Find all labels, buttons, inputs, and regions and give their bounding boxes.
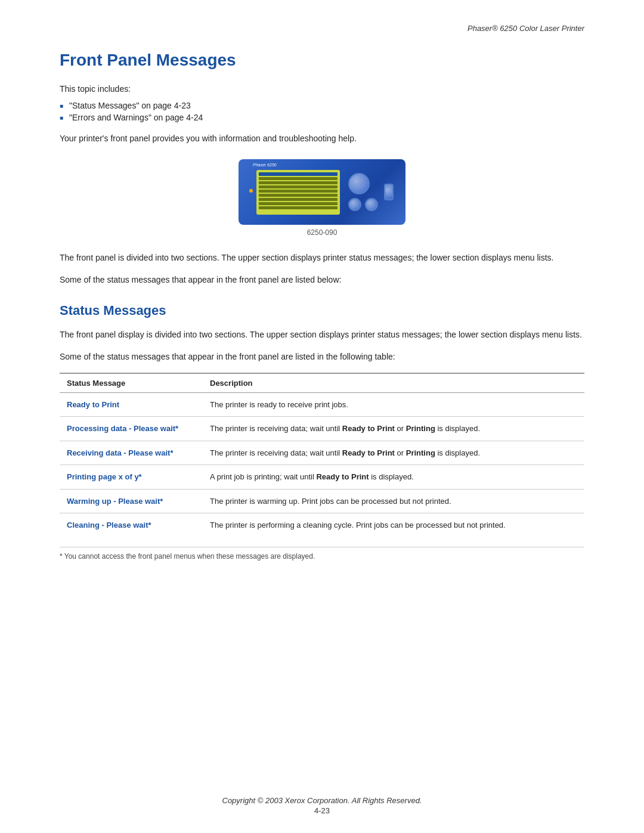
status-description-3: The printer is receiving data; wait unti… [203, 441, 584, 465]
screen-line-3 [259, 181, 338, 184]
screen-line-2 [259, 177, 338, 180]
printer-btn-large [348, 173, 370, 194]
bold-ready-to-print-2: Ready to Print [342, 448, 395, 457]
body-para-3: Some of the status messages that appear … [60, 273, 584, 286]
bullet-text-2: "Errors and Warnings" on page 4-24 [69, 113, 203, 122]
printer-buttons [348, 173, 394, 211]
bold-ready-to-print: Ready to Print [342, 424, 395, 433]
footer-page-number: 4-23 [0, 806, 644, 815]
body-para-1: Your printer's front panel provides you … [60, 132, 584, 145]
bold-ready-to-print-3: Ready to Print [316, 472, 369, 481]
col-header-description: Description [203, 373, 584, 393]
table-row: Warming up - Please wait* The printer is… [60, 489, 584, 513]
printer-btn-small-2 [365, 198, 378, 211]
printer-image-container: Phaser 6250 [60, 159, 584, 237]
status-intro-1: The front panel display is divided into … [60, 328, 584, 341]
screen-line-7 [259, 198, 338, 201]
status-table: Status Message Description Ready to Prin… [60, 373, 584, 537]
printer-dot-indicator [249, 189, 253, 193]
table-row: Ready to Print The printer is ready to r… [60, 392, 584, 417]
table-row: Cleaning - Please wait* The printer is p… [60, 513, 584, 537]
page-header-title: Phaser® 6250 Color Laser Printer [60, 24, 584, 33]
status-description-2: The printer is receiving data; wait unti… [203, 417, 584, 441]
status-message-4: Printing page x of y* [60, 465, 203, 490]
status-section-heading: Status Messages [60, 303, 584, 318]
printer-btn-small-1 [348, 198, 361, 211]
screen-line-8 [259, 202, 338, 205]
status-message-5: Warming up - Please wait* [60, 489, 203, 513]
status-description-5: The printer is warming up. Print jobs ca… [203, 489, 584, 513]
bold-printing: Printing [406, 424, 435, 433]
table-row: Printing page x of y* A print job is pri… [60, 465, 584, 490]
intro-bullet-list: "Status Messages" on page 4-23 "Errors a… [60, 101, 584, 122]
status-description-4: A print job is printing; wait until Read… [203, 465, 584, 490]
body-para-2: The front panel is divided into two sect… [60, 251, 584, 264]
screen-line-5 [259, 190, 338, 193]
col-header-message: Status Message [60, 373, 203, 393]
status-message-2: Processing data - Please wait* [60, 417, 203, 441]
bold-printing-2: Printing [406, 448, 435, 457]
status-message-6: Cleaning - Please wait* [60, 513, 203, 537]
status-description-6: The printer is performing a cleaning cyc… [203, 513, 584, 537]
status-description-1: The printer is ready to receive print jo… [203, 392, 584, 417]
image-caption: 6250-090 [307, 228, 338, 237]
screen-line-9 [259, 206, 338, 209]
screen-line-4 [259, 185, 338, 188]
printer-screen [256, 170, 340, 215]
printer-image-label: Phaser 6250 [253, 163, 277, 167]
status-intro-2: Some of the status messages that appear … [60, 350, 584, 363]
table-row: Receiving data - Please wait* The printe… [60, 441, 584, 465]
topic-intro: This topic includes: [60, 84, 584, 94]
table-header-row: Status Message Description [60, 373, 584, 393]
bullet-text-1: "Status Messages" on page 4-23 [69, 101, 191, 110]
status-message-1: Ready to Print [60, 392, 203, 417]
bullet-item-1: "Status Messages" on page 4-23 [60, 101, 584, 110]
screen-line-1 [259, 172, 338, 176]
main-heading: Front Panel Messages [60, 51, 584, 70]
page-footer: Copyright © 2003 Xerox Corporation. All … [0, 796, 644, 815]
printer-btn-bar [384, 184, 394, 200]
table-row: Processing data - Please wait* The print… [60, 417, 584, 441]
screen-line-6 [259, 194, 338, 197]
printer-image: Phaser 6250 [239, 159, 405, 225]
screen-lines [259, 172, 338, 209]
bullet-item-2: "Errors and Warnings" on page 4-24 [60, 113, 584, 122]
footer-copyright: Copyright © 2003 Xerox Corporation. All … [0, 796, 644, 805]
table-footnote: * You cannot access the front panel menu… [60, 547, 584, 561]
status-message-3: Receiving data - Please wait* [60, 441, 203, 465]
